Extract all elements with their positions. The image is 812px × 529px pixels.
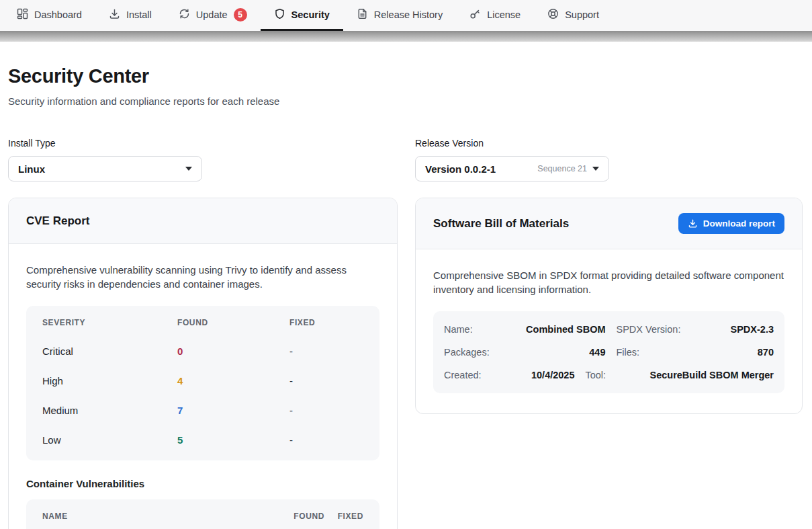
tab-label: Dashboard <box>34 9 82 20</box>
tab-release-history[interactable]: Release History <box>343 0 456 31</box>
col-severity: SEVERITY <box>42 318 177 327</box>
install-type-filter: Install Type Linux <box>8 138 398 181</box>
info-value: Combined SBOM <box>512 324 606 335</box>
cve-report-card: CVE Report Comprehensive vulnerability s… <box>8 198 398 529</box>
nav-shadow-divider <box>0 31 812 42</box>
install-type-select[interactable]: Linux <box>8 156 202 181</box>
page-title: Security Center <box>8 65 804 87</box>
cve-description: Comprehensive vulnerability scanning usi… <box>26 263 379 292</box>
filters-row: Install Type Linux Release Version Versi… <box>8 138 804 181</box>
info-value: 449 <box>512 347 606 358</box>
fixed-count: - <box>289 434 363 447</box>
install-icon <box>109 8 120 22</box>
release-version-filter: Release Version Version 0.0.2-1 Sequence… <box>415 138 803 181</box>
tab-label: Release History <box>374 9 443 20</box>
fixed-count: - <box>289 374 363 388</box>
update-refresh-icon <box>179 8 190 22</box>
tab-label: License <box>487 9 521 20</box>
severity-label: High <box>42 374 177 388</box>
release-version-label: Release Version <box>415 138 803 149</box>
update-count-badge: 5 <box>234 8 247 22</box>
life-buoy-icon <box>547 8 559 22</box>
release-version-value: Version 0.0.2-1 <box>425 163 496 175</box>
info-label: Files: <box>617 347 681 358</box>
info-value: 870 <box>681 347 774 358</box>
severity-table: SEVERITY FOUND FIXED Critical 0 - High 4… <box>26 306 379 460</box>
severity-label: Medium <box>42 404 177 417</box>
key-icon <box>469 8 481 22</box>
cve-card-title: CVE Report <box>26 214 89 228</box>
found-count: 0 <box>177 345 289 358</box>
tab-support[interactable]: Support <box>534 0 613 31</box>
tab-license[interactable]: License <box>456 0 534 31</box>
main-content: Security Center Security information and… <box>0 65 812 529</box>
tab-dashboard[interactable]: Dashboard <box>3 0 95 31</box>
install-type-value: Linux <box>18 163 45 175</box>
sbom-description: Comprehensive SBOM in SPDX format provid… <box>433 268 784 297</box>
info-value: SecureBuild SBOM Merger <box>649 370 774 380</box>
tab-label: Support <box>565 9 599 20</box>
severity-table-header: SEVERITY FOUND FIXED <box>26 306 379 337</box>
sbom-card-title: Software Bill of Materials <box>433 217 569 231</box>
info-value: SPDX-2.3 <box>681 324 774 335</box>
download-icon <box>688 218 698 229</box>
tab-security[interactable]: Security <box>261 0 343 31</box>
tab-label: Security <box>291 9 330 20</box>
info-label: Packages: <box>444 347 512 358</box>
sbom-card-header: Software Bill of Materials Download repo… <box>416 198 802 249</box>
cve-card-header: CVE Report <box>9 198 397 244</box>
col-found: FOUND <box>273 512 324 521</box>
table-row: Packages: 449 Files: 870 <box>444 341 774 364</box>
fixed-count: - <box>289 345 363 358</box>
severity-label: Critical <box>42 345 177 358</box>
container-vulnerabilities-table: NAME FOUND FIXED <box>26 499 379 529</box>
tab-label: Update <box>196 9 228 20</box>
table-row-low: Low 5 - <box>26 425 379 455</box>
page-subtitle: Security information and compliance repo… <box>8 95 804 107</box>
tab-label: Install <box>126 9 152 20</box>
col-name: NAME <box>42 512 273 521</box>
document-icon <box>357 8 368 22</box>
cards-row: CVE Report Comprehensive vulnerability s… <box>8 198 804 529</box>
info-label: SPDX Version: <box>617 324 681 335</box>
sbom-card-body: Comprehensive SBOM in SPDX format provid… <box>416 249 802 413</box>
info-label: Tool: <box>585 370 649 380</box>
install-type-label: Install Type <box>8 138 398 149</box>
download-button-label: Download report <box>703 218 775 229</box>
severity-label: Low <box>42 434 177 447</box>
found-count: 4 <box>177 374 289 388</box>
table-row: Created: 10/4/2025 Tool: SecureBuild SBO… <box>444 364 774 386</box>
release-version-select[interactable]: Version 0.0.2-1 Sequence 21 <box>415 156 609 181</box>
download-report-button[interactable]: Download report <box>678 213 784 234</box>
container-vulnerabilities-title: Container Vulnerabilities <box>26 478 379 489</box>
info-label: Created: <box>444 370 512 380</box>
container-table-header: NAME FOUND FIXED <box>26 499 379 529</box>
chevron-down-icon <box>592 167 599 171</box>
cve-card-body: Comprehensive vulnerability scanning usi… <box>9 244 397 529</box>
shield-icon <box>274 8 285 22</box>
tab-install[interactable]: Install <box>95 0 165 31</box>
found-count: 5 <box>177 434 289 447</box>
sequence-badge: Sequence 21 <box>537 164 587 173</box>
info-label: Name: <box>444 324 512 335</box>
dashboard-icon <box>17 8 28 22</box>
table-row-critical: Critical 0 - <box>26 337 379 366</box>
col-found: FOUND <box>177 318 289 327</box>
fixed-count: - <box>289 404 363 417</box>
info-value: 10/4/2025 <box>512 370 574 380</box>
table-row: Name: Combined SBOM SPDX Version: SPDX-2… <box>444 318 774 341</box>
sbom-info-table: Name: Combined SBOM SPDX Version: SPDX-2… <box>433 311 784 393</box>
top-nav: Dashboard Install Update 5 Security <box>0 0 812 31</box>
col-fixed: FIXED <box>289 318 363 327</box>
tab-update[interactable]: Update 5 <box>165 0 261 31</box>
found-count: 7 <box>177 404 289 417</box>
sbom-card: Software Bill of Materials Download repo… <box>415 198 803 414</box>
chevron-down-icon <box>185 167 192 171</box>
col-fixed: FIXED <box>324 512 363 521</box>
table-row-medium: Medium 7 - <box>26 396 379 425</box>
table-row-high: High 4 - <box>26 366 379 396</box>
